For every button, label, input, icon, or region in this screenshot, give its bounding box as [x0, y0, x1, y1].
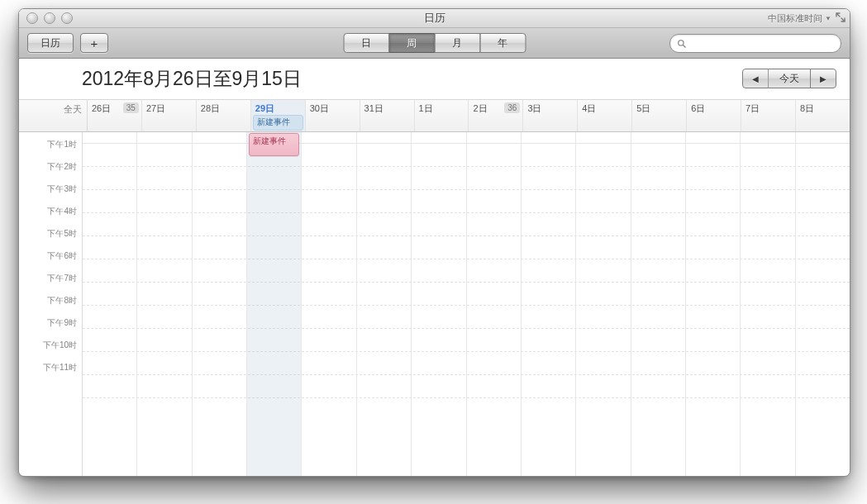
day-header-cell[interactable]: 31日 [360, 100, 415, 131]
day-number: 1日 [419, 103, 433, 113]
hour-label: 下午2时 [19, 161, 82, 183]
nav-buttons: ◀ 今天 ▶ [742, 69, 836, 88]
day-number: 27日 [146, 103, 165, 113]
day-column[interactable] [193, 132, 247, 476]
day-number: 6日 [691, 103, 705, 113]
hour-label: 下午10时 [19, 340, 82, 362]
date-range-title: 2012年8月26日至9月15日 [82, 66, 302, 92]
day-column[interactable] [686, 132, 741, 476]
hour-label: 下午11时 [19, 362, 82, 384]
day-column[interactable] [83, 132, 137, 476]
prev-button[interactable]: ◀ [742, 69, 769, 88]
view-tab-week[interactable]: 周 [388, 33, 435, 53]
week-badge: 35 [123, 102, 139, 113]
day-header-cell[interactable]: 5日 [632, 100, 687, 131]
day-column[interactable] [741, 132, 795, 476]
view-tab-month[interactable]: 月 [434, 33, 480, 53]
left-arrow-icon: ◀ [752, 74, 759, 83]
day-column[interactable] [796, 132, 850, 476]
window-title: 日历 [19, 11, 850, 26]
view-tab-day[interactable]: 日 [343, 33, 389, 53]
day-header-row: 全天 26日3527日28日29日新建事件30日31日1日2日363日4日5日6… [19, 99, 850, 132]
search-field[interactable] [669, 34, 841, 53]
toolbar: 日历 + 日周月年 [19, 28, 850, 59]
day-header-cell[interactable]: 27日 [142, 100, 197, 131]
day-header-cell[interactable]: 3日 [523, 100, 578, 131]
day-number: 4日 [582, 103, 596, 113]
minimize-button[interactable] [44, 12, 55, 24]
day-number: 31日 [364, 103, 383, 113]
day-header-cell[interactable]: 1日 [415, 100, 469, 131]
fullscreen-icon[interactable] [835, 12, 846, 23]
day-column[interactable]: 新建事件 [247, 132, 302, 476]
day-header-cell[interactable]: 30日 [306, 100, 360, 131]
hour-label: 下午8时 [19, 295, 82, 317]
day-column[interactable] [302, 132, 356, 476]
time-grid[interactable]: 下午1时下午2时下午3时下午4时下午5时下午6时下午7时下午8时下午9时下午10… [19, 132, 850, 476]
next-button[interactable]: ▶ [810, 69, 836, 88]
day-column[interactable] [357, 132, 412, 476]
day-number: 30日 [310, 103, 329, 113]
hour-label: 下午7时 [19, 273, 82, 295]
svg-line-1 [684, 45, 686, 47]
today-button[interactable]: 今天 [768, 69, 811, 88]
view-tab-year[interactable]: 年 [479, 33, 526, 53]
day-number: 5日 [636, 103, 650, 113]
allday-event[interactable]: 新建事件 [253, 115, 303, 131]
day-header-cell[interactable]: 7日 [741, 100, 796, 131]
close-button[interactable] [26, 12, 38, 24]
allday-label: 全天 [19, 100, 88, 131]
day-header-cell[interactable]: 29日新建事件 [251, 100, 306, 131]
hour-labels-column: 下午1时下午2时下午3时下午4时下午5时下午6时下午7时下午8时下午9时下午10… [19, 132, 83, 476]
calendar-event[interactable]: 新建事件 [249, 133, 299, 156]
day-column[interactable] [137, 132, 192, 476]
dropdown-triangle-icon: ▼ [825, 15, 831, 22]
day-number: 29日 [255, 103, 274, 113]
day-number: 3日 [527, 103, 541, 113]
day-header-cell[interactable]: 26日35 [88, 100, 142, 131]
day-columns: 新建事件 [83, 132, 850, 476]
hour-label: 下午4时 [19, 206, 82, 228]
range-header: 2012年8月26日至9月15日 ◀ 今天 ▶ [19, 59, 850, 99]
calendar-window: 日历 中国标准时间 ▼ 日历 + 日周月年 2012年8月26日至9月15日 ◀… [18, 8, 850, 477]
search-input[interactable] [691, 37, 818, 50]
day-column[interactable] [576, 132, 631, 476]
day-number: 28日 [201, 103, 220, 113]
hour-label: 下午9时 [19, 317, 82, 340]
day-column[interactable] [412, 132, 466, 476]
hour-label: 下午5时 [19, 228, 82, 250]
calendars-button[interactable]: 日历 [27, 33, 74, 53]
day-header-cell[interactable]: 8日 [796, 100, 850, 131]
week-badge: 36 [504, 102, 520, 113]
day-column[interactable] [631, 132, 686, 476]
titlebar: 日历 中国标准时间 ▼ [19, 9, 850, 28]
day-number: 2日 [473, 103, 487, 113]
day-header-cell[interactable]: 28日 [197, 100, 251, 131]
day-header-cell[interactable]: 4日 [578, 100, 632, 131]
day-header-cell[interactable]: 2日36 [469, 100, 523, 131]
right-arrow-icon: ▶ [820, 74, 827, 83]
day-number: 26日 [92, 103, 111, 113]
svg-point-0 [679, 40, 684, 45]
timezone-label[interactable]: 中国标准时间 ▼ [768, 9, 831, 27]
hour-label: 下午1时 [19, 139, 82, 161]
day-header-cell[interactable]: 6日 [687, 100, 741, 131]
window-controls [26, 12, 73, 24]
hour-label: 下午3时 [19, 183, 82, 206]
search-icon [677, 39, 687, 49]
day-number: 8日 [800, 103, 814, 113]
day-column[interactable] [522, 132, 576, 476]
add-event-button[interactable]: + [80, 33, 108, 53]
calendar-content: 2012年8月26日至9月15日 ◀ 今天 ▶ 全天 26日3527日28日29… [19, 59, 850, 476]
day-number: 7日 [746, 103, 760, 113]
zoom-button[interactable] [61, 12, 73, 24]
day-column[interactable] [467, 132, 522, 476]
view-segmented-control: 日周月年 [343, 33, 526, 53]
hour-label: 下午6时 [19, 250, 82, 273]
